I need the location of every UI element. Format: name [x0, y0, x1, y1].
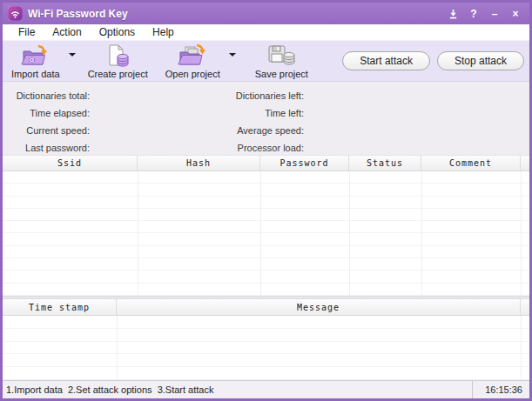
last-password-value: [90, 139, 173, 157]
toolbar-button-label: Import data: [11, 69, 60, 79]
results-table-header: Ssid Hash Password Status Comment: [3, 155, 529, 171]
table-row: [3, 329, 529, 342]
column-divider: [349, 171, 350, 296]
toolbar-button-label: Save project: [255, 69, 308, 79]
table-row: [3, 342, 529, 355]
page-database-icon: [105, 44, 130, 68]
import-dropdown-caret[interactable]: [69, 53, 76, 57]
table-row: [3, 197, 529, 209]
menu-action[interactable]: Action: [44, 25, 90, 39]
open-project-button[interactable]: Open project: [162, 43, 224, 80]
current-speed-label: Current speed:: [3, 122, 90, 139]
current-speed-value: [90, 122, 173, 139]
column-divider: [421, 171, 422, 296]
column-header-message[interactable]: Message: [117, 299, 521, 315]
column-header-filler: [521, 299, 529, 315]
log-table-header: Time stamp Message: [3, 299, 529, 316]
table-row: [3, 233, 529, 245]
open-dropdown-caret[interactable]: [229, 53, 236, 57]
table-row: [3, 258, 529, 271]
column-header-hash[interactable]: Hash: [138, 156, 260, 170]
titlebar: Wi-Fi Password Key ? – ×: [3, 3, 529, 24]
save-project-button[interactable]: Save project: [252, 43, 312, 80]
menubar: File Action Options Help: [3, 24, 529, 40]
statusbar: 1.Import data 2.Set attack options 3.Sta…: [3, 380, 529, 398]
average-speed-value: [304, 122, 529, 139]
table-row: [3, 271, 529, 283]
table-row: [3, 171, 529, 184]
status-hint-text: 1.Import data 2.Set attack options 3.Sta…: [3, 384, 213, 395]
toolbar: Import data Create project: [3, 40, 529, 81]
processor-load-value: [304, 139, 529, 157]
window-title: Wi-Fi Password Key: [28, 8, 128, 20]
column-divider: [117, 316, 118, 380]
table-row: [3, 221, 529, 233]
table-row: [3, 316, 529, 329]
menu-file[interactable]: File: [10, 25, 44, 39]
time-elapsed-value: [90, 104, 173, 122]
dictionaries-left-value: [304, 87, 529, 104]
time-elapsed-label: Time elapsed:: [3, 104, 90, 122]
import-data-button[interactable]: Import data: [8, 43, 64, 80]
minimize-icon[interactable]: –: [486, 6, 503, 22]
start-attack-button[interactable]: Start attack: [342, 51, 430, 70]
floppy-database-icon: [267, 44, 296, 68]
processor-load-label: Processor load:: [173, 139, 304, 157]
help-icon[interactable]: ?: [465, 6, 482, 22]
column-divider: [260, 171, 261, 296]
average-speed-label: Average speed:: [173, 122, 304, 139]
toolbar-button-label: Open project: [165, 69, 220, 79]
table-row: [3, 209, 529, 221]
app-icon: [8, 6, 23, 21]
wifi-icon: [10, 8, 21, 19]
log-table-body: [3, 316, 529, 380]
column-header-filler: [521, 156, 529, 170]
toolbar-button-label: Create project: [88, 69, 148, 79]
stop-attack-button[interactable]: Stop attack: [437, 51, 524, 70]
column-header-comment[interactable]: Comment: [421, 156, 521, 170]
time-left-value: [304, 104, 529, 122]
titlebar-controls: ? – ×: [444, 6, 524, 22]
status-clock: 16:15:36: [472, 381, 529, 398]
open-folder-icon: [177, 44, 208, 68]
table-row: [3, 284, 529, 296]
table-row: [3, 246, 529, 258]
menu-options[interactable]: Options: [91, 25, 144, 39]
stats-panel: Dictionaries total: Dictionaries left: T…: [3, 81, 529, 155]
time-left-label: Time left:: [173, 104, 304, 122]
table-row: [3, 367, 529, 380]
create-project-button[interactable]: Create project: [84, 43, 152, 80]
table-row: [3, 354, 529, 367]
column-divider: [521, 316, 522, 380]
column-divider: [138, 171, 138, 296]
table-row: [3, 184, 529, 196]
dictionaries-total-value: [90, 87, 173, 104]
download-icon[interactable]: [444, 6, 461, 22]
column-divider: [521, 171, 522, 296]
column-header-timestamp[interactable]: Time stamp: [3, 299, 117, 315]
column-header-password[interactable]: Password: [260, 156, 349, 170]
app-window: Wi-Fi Password Key ? – × File Action Opt…: [0, 0, 532, 401]
import-folder-icon: [20, 44, 51, 68]
column-header-status[interactable]: Status: [349, 156, 421, 170]
last-password-label: Last password:: [3, 139, 90, 157]
menu-help[interactable]: Help: [144, 25, 183, 39]
dictionaries-left-label: Dictionaries left:: [173, 87, 304, 104]
close-icon[interactable]: ×: [507, 6, 524, 22]
dictionaries-total-label: Dictionaries total:: [3, 87, 90, 104]
column-header-ssid[interactable]: Ssid: [3, 156, 138, 170]
results-table-body: [3, 171, 529, 296]
